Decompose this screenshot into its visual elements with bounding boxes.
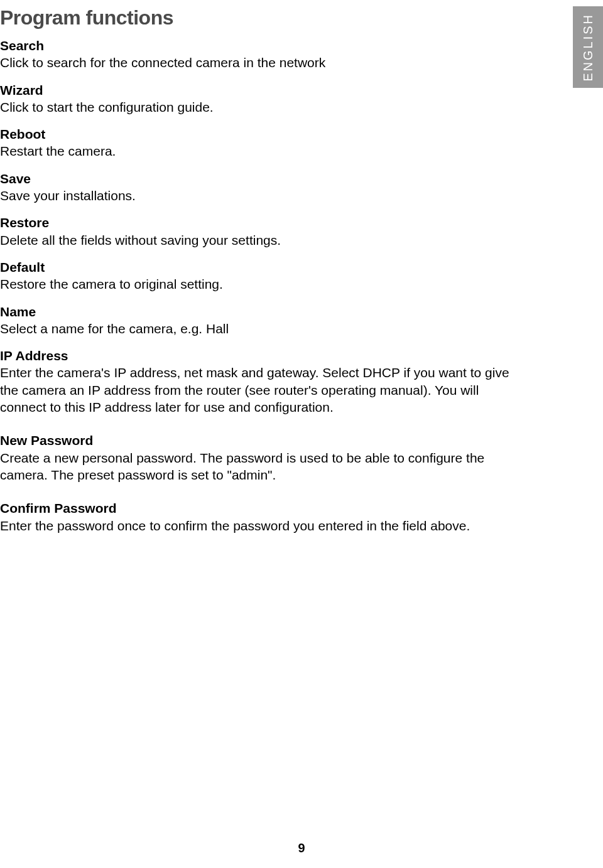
- section-heading-confirm-password: Confirm Password: [0, 500, 515, 517]
- section-body-name: Select a name for the camera, e.g. Hall: [0, 320, 515, 337]
- section-heading-new-password: New Password: [0, 432, 515, 449]
- section-heading-reboot: Reboot: [0, 126, 515, 142]
- section-body-wizard: Click to start the configuration guide.: [0, 99, 515, 115]
- section-body-default: Restore the camera to original setting.: [0, 276, 515, 292]
- section-heading-default: Default: [0, 259, 515, 276]
- section-body-restore: Delete all the fields without saving you…: [0, 232, 515, 249]
- section-confirm-password: Confirm Password Enter the password once…: [0, 500, 515, 534]
- language-tab-text: ENGLISH: [581, 13, 595, 82]
- section-new-password: New Password Create a new personal passw…: [0, 432, 515, 483]
- section-wizard: Wizard Click to start the configuration …: [0, 82, 515, 116]
- section-body-ip-address: Enter the camera's IP address, net mask …: [0, 364, 515, 415]
- section-heading-restore: Restore: [0, 214, 515, 231]
- section-body-confirm-password: Enter the password once to confirm the p…: [0, 517, 515, 534]
- language-tab: ENGLISH: [573, 6, 603, 88]
- section-heading-name: Name: [0, 303, 515, 320]
- page-number: 9: [298, 841, 305, 855]
- section-reboot: Reboot Restart the camera.: [0, 126, 515, 160]
- section-body-search: Click to search for the connected camera…: [0, 54, 515, 71]
- section-search: Search Click to search for the connected…: [0, 37, 515, 72]
- section-body-reboot: Restart the camera.: [0, 142, 515, 159]
- section-heading-search: Search: [0, 37, 515, 54]
- section-heading-save: Save: [0, 170, 515, 187]
- page-content: Program functions Search Click to search…: [0, 0, 515, 534]
- section-body-save: Save your installations.: [0, 187, 515, 204]
- section-heading-wizard: Wizard: [0, 82, 515, 99]
- section-heading-ip-address: IP Address: [0, 347, 515, 364]
- section-save: Save Save your installations.: [0, 170, 515, 205]
- section-default: Default Restore the camera to original s…: [0, 259, 515, 293]
- page-title: Program functions: [0, 6, 515, 29]
- section-restore: Restore Delete all the fields without sa…: [0, 214, 515, 249]
- section-body-new-password: Create a new personal password. The pass…: [0, 449, 515, 484]
- section-ip-address: IP Address Enter the camera's IP address…: [0, 347, 515, 415]
- section-name: Name Select a name for the camera, e.g. …: [0, 303, 515, 338]
